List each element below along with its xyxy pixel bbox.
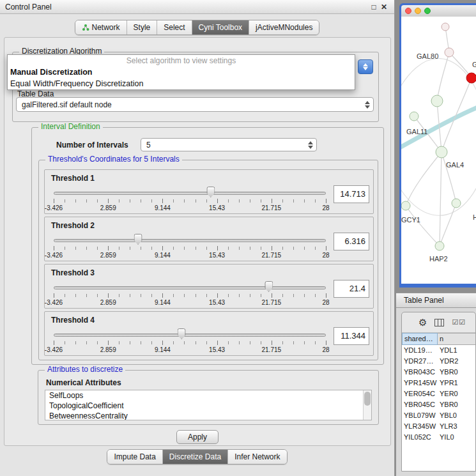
threshold-2-slider[interactable]: -3.426 2.859 9.144 15.43 21.715 28: [54, 233, 326, 261]
slider-thumb[interactable]: [178, 328, 186, 339]
tab-infer-network[interactable]: Infer Network: [227, 450, 286, 464]
table-row[interactable]: YBR045CYBR0: [402, 399, 475, 410]
node[interactable]: [452, 199, 461, 208]
threshold-3-slider[interactable]: -3.426 2.859 9.144 15.43 21.715 28: [54, 280, 326, 308]
threshold-1-slider[interactable]: -3.426 2.859 9.144 15.43 21.715 28: [54, 185, 326, 213]
scrollbar-thumb[interactable]: [364, 392, 371, 406]
column-header-name[interactable]: n: [438, 333, 475, 345]
list-scrollbar[interactable]: [363, 390, 371, 420]
top-tab-bar: Network Style Select Cyni Toolbox jActiv…: [0, 20, 394, 35]
slider-ticks: [54, 199, 326, 203]
thresholds-group-title: Threshold's Coordinates for 5 Intervals: [45, 155, 182, 164]
table-row[interactable]: YER054CYER0: [402, 388, 475, 399]
slider-thumb[interactable]: [265, 281, 273, 292]
tab-select[interactable]: Select: [157, 20, 191, 35]
node-label-gal80: GAL80: [417, 52, 438, 60]
combo-stepper-icon[interactable]: [308, 139, 313, 151]
algorithm-dropdown-popup: Select algorithm to view settings Manual…: [7, 54, 355, 90]
slider-track[interactable]: [54, 286, 326, 289]
gear-icon[interactable]: ⚙: [418, 318, 427, 327]
threshold-1-value[interactable]: 14.713: [334, 185, 369, 203]
list-item[interactable]: BetweennessCentrality: [45, 411, 371, 420]
algorithm-combo-stepper-icon[interactable]: [358, 59, 373, 74]
threshold-4-value[interactable]: 11.344: [334, 327, 369, 345]
control-panel-window: Control Panel □ ✕ Network Style Select C…: [0, 0, 395, 476]
number-of-intervals-combobox[interactable]: 5: [141, 138, 317, 151]
table-data-value: galFiltered.sif default node: [22, 100, 112, 109]
table-row[interactable]: YDL19…YDL1: [402, 345, 475, 356]
combo-stepper-icon[interactable]: [365, 98, 370, 111]
minimize-icon[interactable]: □: [369, 3, 379, 12]
tab-jactivemnodules[interactable]: jActiveMNodules: [249, 20, 319, 35]
node-label-hap2: HAP2: [429, 255, 448, 263]
control-panel-titlebar: Control Panel □ ✕: [0, 0, 394, 14]
tab-style[interactable]: Style: [127, 20, 157, 35]
node[interactable]: [441, 23, 449, 31]
tab-network-label: Network: [92, 23, 120, 32]
node-gal11[interactable]: [410, 112, 418, 121]
threshold-3-value[interactable]: 21.4: [334, 280, 369, 298]
list-item[interactable]: SelfLoops: [45, 390, 371, 401]
node-gal4[interactable]: [436, 146, 447, 158]
slider-track[interactable]: [54, 334, 326, 337]
apply-button[interactable]: Apply: [176, 430, 219, 444]
network-view-window: GAL80 GA GAL11 GAL4 GCY1 H HAP2: [399, 3, 476, 288]
table-row[interactable]: YBL079WYBL0: [402, 410, 475, 421]
columns-icon[interactable]: [434, 319, 444, 326]
interval-definition-groupbox: Interval Definition Number of Intervals …: [31, 127, 384, 365]
threshold-4-slider[interactable]: -3.426 2.859 9.144 15.43 21.715 28: [54, 327, 326, 355]
node-hap2[interactable]: [435, 242, 444, 250]
algorithm-option-equal-width[interactable]: Equal Width/Frequency Discretization: [8, 78, 355, 89]
slider-track[interactable]: [54, 239, 326, 242]
table-row[interactable]: YPR145WYPR1: [402, 378, 475, 388]
interval-definition-title: Interval Definition: [38, 122, 103, 131]
window-title: Control Panel: [5, 3, 369, 12]
tab-cyni-toolbox[interactable]: Cyni Toolbox: [192, 20, 249, 35]
tab-impute-data[interactable]: Impute Data: [107, 450, 162, 464]
bottom-tab-bar: Impute Data Discretize Data Infer Networ…: [0, 449, 394, 464]
table-header-row: shared… n: [402, 333, 475, 345]
number-of-intervals-value: 5: [146, 141, 151, 150]
node-label-gcy1: GCY1: [401, 216, 420, 224]
node-gcy1[interactable]: [401, 201, 410, 210]
node-label-gal4: GAL4: [446, 161, 464, 169]
threshold-2-label: Threshold 2: [51, 221, 95, 230]
node[interactable]: [431, 95, 443, 107]
minimize-traffic-icon[interactable]: [415, 8, 421, 14]
network-canvas[interactable]: GAL80 GA GAL11 GAL4 GCY1 H HAP2: [401, 17, 476, 284]
node-selected-red[interactable]: [466, 73, 476, 83]
threshold-2-value[interactable]: 6.316: [334, 233, 369, 250]
table-row[interactable]: YLR345WYLR3: [402, 421, 475, 432]
slider-thumb[interactable]: [206, 187, 215, 197]
zoom-traffic-icon[interactable]: [424, 8, 431, 14]
column-header-shared-name[interactable]: shared…: [402, 333, 438, 345]
attributes-groupbox: Attributes to discretize Numerical Attri…: [38, 370, 379, 425]
threshold-4-panel: Threshold 4 -3.426 2.859 9.144 15.43 21.…: [44, 311, 374, 356]
threshold-3-label: Threshold 3: [51, 268, 95, 277]
network-labels: GAL80 GA GAL11 GAL4 GCY1 H HAP2: [401, 52, 476, 263]
table-row[interactable]: YIL052CYIL0: [402, 432, 475, 443]
algorithm-option-manual[interactable]: Manual Discretization: [8, 66, 355, 78]
threshold-4-label: Threshold 4: [51, 316, 95, 325]
select-all-checkbox-icon[interactable]: ☑☑: [452, 319, 466, 326]
tab-discretize-data[interactable]: Discretize Data: [162, 450, 227, 464]
slider-ticks: [54, 294, 326, 297]
attributes-group-title: Attributes to discretize: [45, 365, 125, 374]
table-panel-window: ⚙ ☑☑ shared… n YDL19…YDL1 YDR27…YDR2 YBR…: [401, 312, 476, 472]
table-row[interactable]: YBR043CYBR0: [402, 367, 475, 378]
table-panel-header: Table Panel: [396, 293, 476, 308]
node-gal80[interactable]: [445, 48, 454, 57]
table-toolbar: ⚙ ☑☑: [402, 312, 475, 333]
close-icon[interactable]: ✕: [379, 3, 389, 12]
close-traffic-icon[interactable]: [405, 8, 411, 14]
list-item[interactable]: TopologicalCoefficient: [45, 401, 371, 411]
table-data-combobox[interactable]: galFiltered.sif default node: [16, 97, 374, 112]
table-panel-dock: Table Panel ⚙ ☑☑ shared… n YDL19…YDL1 YD…: [396, 293, 476, 476]
network-icon: [82, 24, 89, 31]
slider-track[interactable]: [54, 192, 326, 195]
slider-thumb[interactable]: [134, 234, 142, 245]
tab-network[interactable]: Network: [75, 20, 127, 35]
threshold-1-label: Threshold 1: [51, 174, 95, 183]
numerical-attributes-list[interactable]: SelfLoops TopologicalCoefficient Between…: [45, 390, 372, 420]
table-row[interactable]: YDR27…YDR2: [402, 356, 475, 367]
